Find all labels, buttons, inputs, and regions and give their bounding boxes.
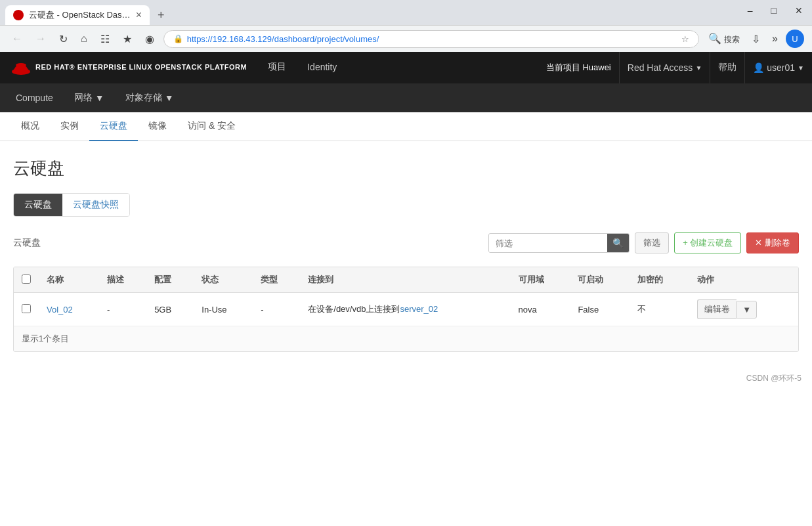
col-status: 状态 — [194, 267, 253, 293]
browser-tab[interactable]: 云硬盘 - OpenStack Dashboa... × — [5, 5, 150, 25]
row-name: Vol_02 — [39, 293, 99, 326]
col-size: 配置 — [146, 267, 194, 293]
user-dropdown-icon: ▼ — [798, 64, 804, 72]
redhat-access-dropdown-icon: ▼ — [695, 64, 702, 72]
col-type: 类型 — [253, 267, 300, 293]
current-project: 当前项目 Huawei — [538, 62, 619, 74]
subtab-volumes[interactable]: 云硬盘 — [89, 112, 138, 141]
user-menu[interactable]: 👤 user01 ▼ — [744, 52, 812, 83]
profile-button[interactable]: U — [786, 30, 804, 48]
col-bootable: 可启动 — [570, 267, 630, 293]
filter-search-button[interactable]: 🔍 — [607, 234, 629, 252]
back-button[interactable]: ← — [8, 30, 26, 47]
server-link[interactable]: server_02 — [400, 304, 438, 314]
watermark: CSDN @环环-5 — [0, 368, 812, 389]
row-attached: 在设备/dev/vdb上连接到server_02 — [300, 293, 510, 326]
nav-network[interactable]: 网络 ▼ — [64, 83, 115, 112]
select-all-header — [14, 267, 39, 293]
nav-item-identity[interactable]: Identity — [297, 52, 347, 83]
top-navigation: RED HAT® ENTERPRISE LINUX OPENSTACK PLAT… — [0, 52, 812, 83]
minimize-button[interactable]: – — [738, 0, 762, 21]
help-button[interactable]: 帮助 — [710, 52, 744, 83]
volumes-table-wrap: 名称 描述 配置 状态 类型 连接到 可用域 可启动 加密的 动作 — [13, 267, 799, 352]
col-description: 描述 — [99, 267, 146, 293]
second-navigation: Compute 网络 ▼ 对象存储 ▼ — [0, 83, 812, 112]
table-footer: 显示1个条目 — [14, 326, 798, 351]
row-checkbox-cell — [14, 293, 39, 326]
reload-button[interactable]: ↻ — [55, 30, 72, 48]
col-actions: 动作 — [689, 267, 798, 293]
subtab-access-security[interactable]: 访问 & 安全 — [177, 112, 246, 141]
col-name: 名称 — [39, 267, 99, 293]
row-description: - — [99, 293, 146, 326]
row-type: - — [253, 293, 300, 326]
row-status: In-Use — [194, 293, 253, 326]
redhat-logo — [11, 60, 32, 76]
nav-object-storage[interactable]: 对象存储 ▼ — [115, 83, 184, 112]
tab-snapshots-button[interactable]: 云硬盘快照 — [62, 194, 129, 216]
user-icon: 👤 — [753, 62, 764, 73]
shield-button[interactable]: ◉ — [141, 30, 158, 48]
extensions-button[interactable]: » — [768, 30, 782, 47]
object-storage-dropdown-icon: ▼ — [165, 93, 174, 103]
search-button[interactable]: 🔍 搜索 — [704, 30, 744, 48]
url-text: https://192.168.43.129/dashboard/project… — [187, 34, 677, 44]
create-volume-button[interactable]: + 创建云硬盘 — [674, 232, 741, 253]
col-encrypted: 加密的 — [630, 267, 689, 293]
subtab-instances[interactable]: 实例 — [50, 112, 89, 141]
subtab-overview[interactable]: 概况 — [11, 112, 50, 141]
delete-volume-button[interactable]: ✕ 删除卷 — [746, 232, 799, 253]
col-availability-zone: 可用域 — [511, 267, 570, 293]
volume-tabs: 云硬盘 云硬盘快照 — [13, 193, 130, 217]
redhat-access-menu[interactable]: Red Hat Access ▼ — [619, 52, 710, 83]
page-title: 云硬盘 — [13, 157, 799, 180]
top-nav-right: 当前项目 Huawei Red Hat Access ▼ 帮助 👤 user01… — [538, 52, 812, 83]
nav-item-project[interactable]: 项目 — [257, 52, 297, 83]
main-content: 云硬盘 云硬盘 云硬盘快照 云硬盘 🔍 筛选 + 创建云硬盘 ✕ 删除卷 — [0, 141, 812, 368]
table-row: Vol_02 - 5GB In-Use - 在设备/dev/vdb上连接到ser… — [14, 293, 798, 326]
row-checkbox[interactable] — [22, 304, 31, 313]
close-window-button[interactable]: ✕ — [786, 0, 812, 21]
maximize-button[interactable]: □ — [762, 0, 786, 21]
redhat-hat-icon — [11, 60, 32, 76]
nav-compute[interactable]: Compute — [5, 83, 64, 112]
row-size: 5GB — [146, 293, 194, 326]
brand-text: RED HAT® ENTERPRISE LINUX OPENSTACK PLAT… — [35, 63, 247, 72]
col-attached: 连接到 — [300, 267, 510, 293]
filter-button[interactable]: 筛选 — [635, 232, 669, 253]
volumes-table: 名称 描述 配置 状态 类型 连接到 可用域 可启动 加密的 动作 — [14, 267, 798, 326]
tab-overview-button[interactable]: ☷ — [96, 30, 114, 48]
row-encrypted: 不 — [630, 293, 689, 326]
top-nav-items: 项目 Identity — [257, 52, 347, 83]
action-dropdown-button[interactable]: ▼ — [737, 301, 757, 318]
filter-input-wrap: 🔍 — [488, 233, 630, 253]
tab-favicon — [13, 10, 24, 20]
home-button[interactable]: ⌂ — [77, 30, 91, 47]
lock-icon: 🔒 — [173, 34, 183, 43]
edit-volume-button[interactable]: 编辑卷 — [697, 299, 737, 319]
filter-input[interactable] — [489, 234, 607, 252]
svg-point-1 — [16, 63, 26, 67]
tab-volumes-button[interactable]: 云硬盘 — [14, 194, 62, 216]
section-title: 云硬盘 — [13, 237, 41, 249]
tab-title: 云硬盘 - OpenStack Dashboa... — [29, 9, 131, 21]
row-action: 编辑卷 ▼ — [689, 293, 798, 326]
section-actions: 🔍 筛选 + 创建云硬盘 ✕ 删除卷 — [488, 232, 799, 253]
volume-name-link[interactable]: Vol_02 — [47, 305, 73, 315]
address-bookmark-icon: ☆ — [681, 34, 689, 44]
sub-tabs: 概况 实例 云硬盘 镜像 访问 & 安全 — [0, 112, 812, 141]
brand-area: RED HAT® ENTERPRISE LINUX OPENSTACK PLAT… — [0, 60, 257, 76]
select-all-checkbox[interactable] — [22, 274, 31, 284]
row-bootable: False — [570, 293, 630, 326]
network-dropdown-icon: ▼ — [95, 93, 104, 103]
address-bar[interactable]: 🔒 https://192.168.43.129/dashboard/proje… — [163, 30, 699, 48]
action-group: 编辑卷 ▼ — [697, 299, 790, 319]
bookmark-button[interactable]: ★ — [119, 30, 136, 48]
section-header: 云硬盘 🔍 筛选 + 创建云硬盘 ✕ 删除卷 — [13, 227, 799, 259]
subtab-images[interactable]: 镜像 — [138, 112, 177, 141]
tab-close-button[interactable]: × — [136, 10, 142, 20]
row-az: nova — [511, 293, 570, 326]
new-tab-button[interactable]: + — [152, 6, 170, 25]
forward-button[interactable]: → — [32, 30, 50, 47]
download-button[interactable]: ⇩ — [748, 30, 764, 48]
